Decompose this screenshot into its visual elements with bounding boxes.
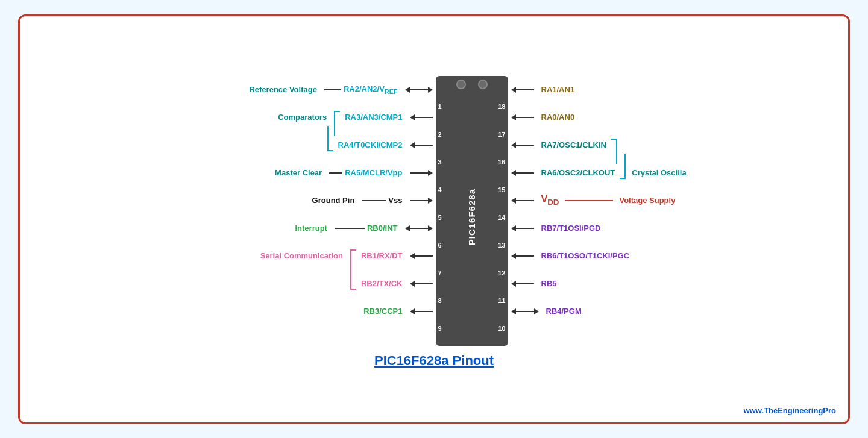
left-pin-8: RB2/TX/CK (98, 270, 433, 298)
pnum-7: 7 (436, 259, 449, 287)
right-pin-12: RB6/T1OSO/T1CKI/PGC (511, 242, 770, 270)
pin-label-18: RA1/AN1 (541, 85, 575, 94)
pnum-10: 10 (495, 314, 508, 342)
arrow-10 (511, 308, 539, 314)
pnum-15: 15 (495, 176, 508, 204)
func-label-4: Master Clear (275, 168, 322, 177)
website-label: www.TheEngineeringPro (744, 406, 836, 415)
left-pin-1: Reference Voltage RA2/AN2/VREF (98, 76, 433, 104)
right-pin-15: RA6/OSC2/CLKOUT Crystal Oscilla (511, 159, 770, 187)
arrow-9 (410, 308, 433, 314)
vdd-line (565, 200, 613, 201)
pnum-11: 11 (495, 287, 508, 314)
pnum-16: 16 (495, 148, 508, 176)
func-label-1: Reference Voltage (249, 85, 316, 94)
pin-label-2: RA3/AN3/CMP1 (345, 113, 402, 122)
pnum-18: 18 (495, 93, 508, 120)
left-pin-2: Comparators RA3/AN3/CMP1 (98, 104, 433, 131)
right-pin-10: RB4/PGM (511, 298, 770, 325)
pnum-6: 6 (436, 231, 449, 259)
arrow-7 (410, 253, 433, 259)
chip-label-area: PIC16F628a (449, 93, 495, 342)
left-pin-nums: 1 2 3 4 5 6 7 8 9 (436, 93, 449, 342)
pin-label-10: RB4/PGM (546, 307, 582, 316)
pin-label-11: RB5 (541, 279, 557, 288)
arrow-6 (405, 225, 433, 231)
title-area: PIC16F628a Pinout (374, 353, 494, 369)
chip-inner: 1 2 3 4 5 6 7 8 9 PIC16F628a (436, 93, 508, 342)
func-label-7: Serial Communication (260, 251, 343, 260)
chip-circle-left (456, 80, 466, 89)
arrow-14 (511, 198, 534, 204)
pin-label-14: VDD (541, 194, 559, 207)
bracket-sc-bottom (350, 264, 356, 290)
left-pin-9: RB3/CCP1 (98, 298, 433, 325)
arrow-2 (410, 114, 433, 120)
arrow-12 (511, 253, 534, 259)
pnum-14: 14 (495, 204, 508, 231)
arrow-1 (405, 87, 433, 93)
left-labels: Reference Voltage RA2/AN2/VREF Comparato… (98, 76, 433, 325)
left-pin-5: Ground Pin Vss (98, 187, 433, 214)
pin-label-4: RA5/MCLR/Vpp (345, 168, 402, 177)
connector-5 (362, 200, 386, 201)
func-label-6: Interrupt (295, 224, 327, 233)
bracket-r-bottom (620, 154, 626, 179)
right-pin-nums: 18 17 16 15 14 13 12 11 10 (495, 93, 508, 342)
pnum-5: 5 (436, 204, 449, 231)
pnum-13: 13 (495, 231, 508, 259)
arrow-5 (410, 198, 433, 204)
diagram-area: Reference Voltage RA2/AN2/VREF Comparato… (98, 76, 770, 346)
pnum-8: 8 (436, 287, 449, 314)
pnum-12: 12 (495, 259, 508, 287)
arrow-4 (410, 170, 433, 176)
connector-6 (335, 228, 365, 229)
pin-label-1: RA2/AN2/VREF (344, 84, 398, 95)
pnum-1: 1 (436, 93, 449, 120)
arrow-13 (511, 225, 534, 231)
pin-label-6: RB0/INT (367, 224, 398, 233)
connector-4 (329, 172, 342, 174)
right-labels: RA1/AN1 RA0/AN0 RA7/OSC1/CLKIN (511, 76, 770, 325)
main-title: PIC16F628a Pinout (374, 353, 494, 368)
connector-1 (324, 89, 341, 90)
pnum-4: 4 (436, 176, 449, 204)
arrow-15 (511, 170, 534, 176)
pin-label-12: RB6/T1OSO/T1CKI/PGC (541, 251, 630, 260)
arrow-18 (511, 87, 534, 93)
chip-label: PIC16F628a (467, 183, 477, 251)
pin-label-9: RB3/CCP1 (363, 307, 402, 316)
pin-label-3: RA4/T0CKI/CMP2 (338, 140, 403, 149)
right-pin-13: RB7/T1OSI/PGD (511, 214, 770, 242)
bracket-bottom (327, 126, 333, 151)
pnum-3: 3 (436, 148, 449, 176)
left-pin-4: Master Clear RA5/MCLR/Vpp (98, 159, 433, 187)
func-label-crystal: Crystal Oscilla (632, 168, 686, 177)
main-container: Reference Voltage RA2/AN2/VREF Comparato… (18, 14, 850, 424)
chip-container: 1 2 3 4 5 6 7 8 9 PIC16F628a (433, 76, 511, 346)
chip-notch (456, 80, 488, 89)
arrow-8 (410, 281, 433, 287)
arrow-16 (511, 142, 534, 148)
func-label-2: Comparators (278, 113, 327, 122)
left-pin-7: Serial Communication RB1/RX/DT (98, 242, 433, 270)
func-label-5: Ground Pin (312, 196, 355, 205)
pnum-9: 9 (436, 314, 449, 342)
pin-label-13: RB7/T1OSI/PGD (541, 224, 601, 233)
arrow-3 (410, 142, 433, 148)
pin-label-7: RB1/RX/DT (361, 251, 403, 260)
right-pin-18: RA1/AN1 (511, 76, 770, 104)
pnum-2: 2 (436, 120, 449, 148)
pin-label-17: RA0/AN0 (541, 113, 575, 122)
right-pin-16: RA7/OSC1/CLKIN (511, 131, 770, 159)
right-pin-11: RB5 (511, 270, 770, 298)
chip-body: 1 2 3 4 5 6 7 8 9 PIC16F628a (436, 76, 508, 346)
right-pin-14: VDD Voltage Supply (511, 187, 770, 214)
pnum-17: 17 (495, 120, 508, 148)
chip-circle-right (478, 80, 488, 89)
right-pin-17: RA0/AN0 (511, 104, 770, 131)
pin-label-5: Vss (388, 196, 402, 205)
pin-label-15: RA6/OSC2/CLKOUT (541, 168, 615, 177)
pin-label-8: RB2/TX/CK (361, 279, 403, 288)
arrow-11 (511, 281, 534, 287)
